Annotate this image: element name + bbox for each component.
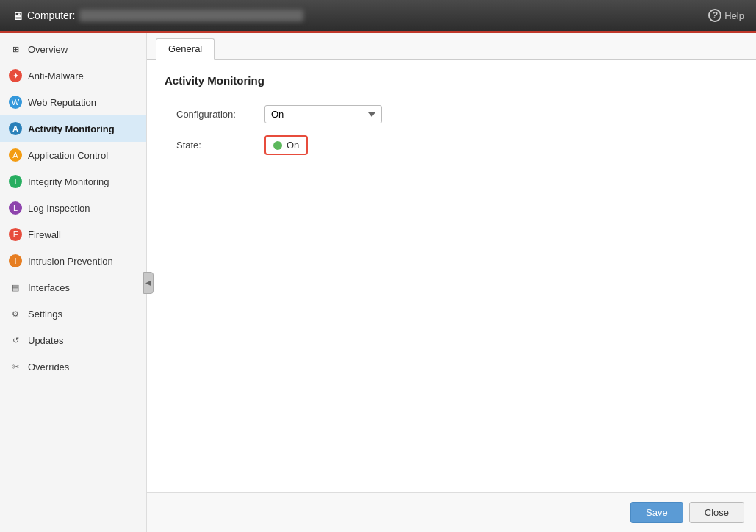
state-indicator: On <box>264 135 308 155</box>
sidebar-label-settings: Settings <box>28 309 62 320</box>
state-row: State: On <box>165 135 738 155</box>
sidebar-label-web-reputation: Web Reputation <box>28 97 96 108</box>
title-prefix: Computer: <box>27 10 75 21</box>
title-hostname: ip-1-171-31-47-43.us-east-2.compute.inte… <box>79 10 303 21</box>
web-reputation-icon: W <box>9 96 22 109</box>
content-area: General Activity Monitoring Configuratio… <box>147 33 756 532</box>
configuration-row: Configuration: On Off Inherited <box>165 105 738 123</box>
interfaces-icon: ▤ <box>9 281 22 294</box>
anti-malware-icon: ✦ <box>9 69 22 82</box>
activity-monitoring-icon: A <box>9 122 22 135</box>
intrusion-prevention-icon: I <box>9 254 22 267</box>
configuration-control: On Off Inherited <box>264 105 382 123</box>
log-inspection-icon: L <box>9 201 22 215</box>
overview-icon: ⊞ <box>9 43 22 56</box>
sidebar-label-application-control: Application Control <box>28 150 108 161</box>
sidebar-item-intrusion-prevention[interactable]: I Intrusion Prevention <box>0 248 146 274</box>
section-title: Activity Monitoring <box>165 74 738 93</box>
close-button[interactable]: Close <box>689 502 744 523</box>
updates-icon: ↺ <box>9 334 22 347</box>
content-footer: Save Close <box>147 492 756 532</box>
state-text: On <box>287 140 299 151</box>
sidebar-item-anti-malware[interactable]: ✦ Anti-Malware <box>0 62 146 89</box>
sidebar-label-activity-monitoring: Activity Monitoring <box>28 123 115 134</box>
sidebar-label-anti-malware: Anti-Malware <box>28 71 84 82</box>
sidebar-item-updates[interactable]: ↺ Updates <box>0 327 146 353</box>
sidebar-label-overview: Overview <box>28 44 68 55</box>
title-bar: 🖥 Computer: ip-1-171-31-47-43.us-east-2.… <box>0 0 756 33</box>
save-button[interactable]: Save <box>630 502 683 523</box>
state-control: On <box>264 135 308 155</box>
title-bar-left: 🖥 Computer: ip-1-171-31-47-43.us-east-2.… <box>12 10 303 22</box>
sidebar-item-interfaces[interactable]: ▤ Interfaces <box>0 274 146 301</box>
state-dot <box>273 141 282 150</box>
help-button[interactable]: ? Help <box>708 9 744 22</box>
help-label: Help <box>724 10 744 21</box>
content-body: Activity Monitoring Configuration: On Of… <box>147 60 756 492</box>
overrides-icon: ✂ <box>9 360 22 373</box>
sidebar: ⊞ Overview ✦ Anti-Malware W Web Reputati… <box>0 33 147 532</box>
tabs-bar: General <box>147 33 756 60</box>
sidebar-label-interfaces: Interfaces <box>28 282 70 293</box>
sidebar-item-log-inspection[interactable]: L Log Inspection <box>0 195 146 221</box>
tab-general[interactable]: General <box>156 38 215 60</box>
sidebar-label-intrusion-prevention: Intrusion Prevention <box>28 256 113 267</box>
sidebar-label-firewall: Firewall <box>28 229 61 240</box>
sidebar-label-log-inspection: Log Inspection <box>28 203 90 214</box>
sidebar-item-web-reputation[interactable]: W Web Reputation <box>0 89 146 115</box>
help-icon: ? <box>708 9 721 22</box>
firewall-icon: F <box>9 228 22 241</box>
main-container: ⊞ Overview ✦ Anti-Malware W Web Reputati… <box>0 33 756 532</box>
sidebar-item-integrity-monitoring[interactable]: I Integrity Monitoring <box>0 168 146 195</box>
state-label: State: <box>176 140 264 151</box>
application-control-icon: A <box>9 148 22 162</box>
configuration-dropdown[interactable]: On Off Inherited <box>264 105 382 123</box>
settings-icon: ⚙ <box>9 307 22 320</box>
sidebar-label-overrides: Overrides <box>28 362 69 373</box>
sidebar-item-overrides[interactable]: ✂ Overrides <box>0 353 146 380</box>
sidebar-item-firewall[interactable]: F Firewall <box>0 221 146 248</box>
integrity-monitoring-icon: I <box>9 175 22 188</box>
sidebar-item-application-control[interactable]: A Application Control <box>0 142 146 168</box>
sidebar-item-overview[interactable]: ⊞ Overview <box>0 36 146 62</box>
sidebar-label-updates: Updates <box>28 335 63 346</box>
sidebar-collapse-handle[interactable]: ◀ <box>143 272 154 294</box>
tab-general-label: General <box>168 43 202 54</box>
sidebar-item-activity-monitoring[interactable]: A Activity Monitoring <box>0 115 146 142</box>
sidebar-label-integrity-monitoring: Integrity Monitoring <box>28 176 109 187</box>
sidebar-item-settings[interactable]: ⚙ Settings <box>0 301 146 327</box>
configuration-label: Configuration: <box>176 109 264 120</box>
computer-icon: 🖥 <box>12 10 23 22</box>
